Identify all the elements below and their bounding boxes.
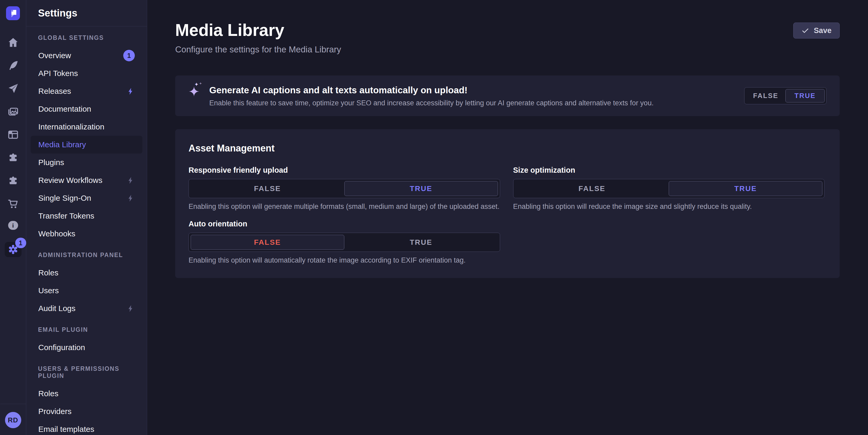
sidebar-title: Settings <box>38 8 78 19</box>
sidebar-item-transfer-tokens[interactable]: Transfer Tokens <box>31 207 143 225</box>
section-label: EMAIL PLUGIN <box>26 326 147 333</box>
field-hint: Enabling this option will automatically … <box>189 256 500 264</box>
responsive-friendly-upload-true[interactable]: TRUE <box>344 181 498 196</box>
sparkle-small-glyph: ✦⁺ <box>194 81 203 88</box>
sidebar-item-label: Review Workflows <box>38 176 102 185</box>
marketplace-nav-button[interactable] <box>7 175 19 187</box>
avatar[interactable]: RD <box>5 412 21 428</box>
info-button[interactable]: i <box>8 221 18 230</box>
field-hint: Enabling this option will reduce the ima… <box>513 203 825 211</box>
cart-icon <box>7 198 19 210</box>
settings-sidebar: Settings GLOBAL SETTINGS Overview 1 API … <box>26 0 147 435</box>
strapi-logo[interactable] <box>6 6 20 20</box>
ai-captions-toggle-false[interactable]: FALSE <box>746 89 785 102</box>
section-administration-panel: ADMINISTRATION PANEL Roles Users Audit L… <box>26 252 147 317</box>
auto-orientation-false[interactable]: FALSE <box>191 235 344 250</box>
sidebar-item-label: API Tokens <box>38 69 78 78</box>
sidebar-item-providers[interactable]: Providers <box>31 402 143 420</box>
sidebar-item-label: Plugins <box>38 158 64 167</box>
feather-icon <box>7 60 19 71</box>
page-title: Media Library <box>175 21 341 40</box>
field-size-optimization: Size optimization FALSE TRUE Enabling th… <box>513 166 825 211</box>
sidebar-item-label: Users <box>38 286 59 295</box>
field-label: Size optimization <box>513 166 825 174</box>
page-header-text: Media Library Configure the settings for… <box>175 21 341 55</box>
sidebar-item-review-workflows[interactable]: Review Workflows <box>31 171 143 189</box>
sidebar-item-email-templates[interactable]: Email templates <box>31 420 143 435</box>
puzzle-icon-alt <box>7 175 19 187</box>
paper-plane-icon <box>7 82 19 95</box>
lightning-icon <box>127 87 135 95</box>
rail-nav: i 1 <box>5 36 22 257</box>
section-global-settings: GLOBAL SETTINGS Overview 1 API Tokens Re… <box>26 34 147 243</box>
sidebar-item-label: Roles <box>38 389 59 398</box>
size-optimization-false[interactable]: FALSE <box>515 181 669 196</box>
sidebar-item-label: Internationalization <box>38 122 104 131</box>
lightning-icon <box>127 176 135 185</box>
sidebar-item-releases[interactable]: Releases <box>31 82 143 100</box>
banner-title: Generate AI captions and alt texts autom… <box>209 85 653 95</box>
sparkles-icon: ✦ ✦⁺ <box>188 85 202 99</box>
page-subtitle: Configure the settings for the Media Lib… <box>175 44 341 55</box>
plugins-nav-button[interactable] <box>7 152 19 164</box>
releases-nav-button[interactable] <box>7 82 19 95</box>
media-library-nav-button[interactable] <box>7 106 19 118</box>
size-optimization-toggle: FALSE TRUE <box>513 179 825 198</box>
purchases-nav-button[interactable] <box>7 198 19 210</box>
sidebar-item-internationalization[interactable]: Internationalization <box>31 118 143 136</box>
sidebar-item-webhooks[interactable]: Webhooks <box>31 225 143 243</box>
page-header: Media Library Configure the settings for… <box>175 21 840 55</box>
settings-nav-wrap: 1 <box>5 242 22 257</box>
sidebar-item-configuration[interactable]: Configuration <box>31 339 143 357</box>
size-optimization-true[interactable]: TRUE <box>669 181 823 196</box>
sidebar-item-media-library[interactable]: Media Library <box>31 136 143 154</box>
puzzle-icon <box>7 152 19 164</box>
settings-notification-badge: 1 <box>15 238 26 248</box>
layout-icon <box>7 129 19 141</box>
responsive-friendly-upload-false[interactable]: FALSE <box>191 181 344 196</box>
sidebar-item-roles-admin[interactable]: Roles <box>31 264 143 282</box>
sidebar-item-users[interactable]: Users <box>31 282 143 300</box>
banner-text: Generate AI captions and alt texts autom… <box>209 85 653 107</box>
sidebar-item-roles-up[interactable]: Roles <box>31 385 143 402</box>
auto-orientation-true[interactable]: TRUE <box>344 235 498 250</box>
sidebar-item-label: Providers <box>38 407 71 416</box>
sidebar-item-audit-logs[interactable]: Audit Logs <box>31 300 143 317</box>
banner-content: ✦ ✦⁺ Generate AI captions and alt texts … <box>188 85 653 107</box>
strapi-logo-icon <box>6 6 20 20</box>
sidebar-item-single-sign-on[interactable]: Single Sign-On <box>31 189 143 207</box>
save-button-label: Save <box>814 26 832 35</box>
ai-captions-banner: ✦ ✦⁺ Generate AI captions and alt texts … <box>175 75 840 116</box>
ai-captions-toggle-true[interactable]: TRUE <box>785 89 825 102</box>
sidebar-item-label: Transfer Tokens <box>38 211 94 221</box>
sidebar-item-label: Releases <box>38 87 71 96</box>
field-label: Auto orientation <box>189 220 500 228</box>
sidebar-item-label: Webhooks <box>38 229 75 238</box>
field-hint: Enabling this option will generate multi… <box>189 203 500 211</box>
content-type-builder-nav-button[interactable] <box>7 60 19 71</box>
asset-management-card: Asset Management Responsive friendly upl… <box>175 129 840 278</box>
banner-description: Enable this feature to save time, optimi… <box>209 99 653 107</box>
sidebar-item-plugins[interactable]: Plugins <box>31 154 143 171</box>
save-button[interactable]: Save <box>793 23 840 38</box>
field-label: Responsive friendly upload <box>189 166 500 174</box>
section-label: USERS & PERMISSIONS PLUGIN <box>26 365 147 379</box>
sidebar-item-api-tokens[interactable]: API Tokens <box>31 64 143 82</box>
sidebar-item-label: Roles <box>38 268 59 277</box>
field-responsive-friendly-upload: Responsive friendly upload FALSE TRUE En… <box>189 166 500 211</box>
images-icon <box>7 106 19 118</box>
section-users-permissions-plugin: USERS & PERMISSIONS PLUGIN Roles Provide… <box>26 365 147 435</box>
auto-orientation-toggle: FALSE TRUE <box>189 233 500 252</box>
fields-grid: Responsive friendly upload FALSE TRUE En… <box>189 166 825 264</box>
sidebar-item-label: Configuration <box>38 343 85 352</box>
sidebar-item-label: Single Sign-On <box>38 194 91 203</box>
check-icon <box>801 27 809 35</box>
content-manager-nav-button[interactable] <box>7 129 19 141</box>
info-icon: i <box>12 222 14 229</box>
sidebar-item-label: Audit Logs <box>38 304 75 313</box>
sidebar-item-documentation[interactable]: Documentation <box>31 100 143 118</box>
field-auto-orientation: Auto orientation FALSE TRUE Enabling thi… <box>189 220 500 264</box>
sidebar-item-overview[interactable]: Overview 1 <box>31 47 143 64</box>
lightning-icon <box>127 304 135 313</box>
home-nav-button[interactable] <box>7 36 19 48</box>
